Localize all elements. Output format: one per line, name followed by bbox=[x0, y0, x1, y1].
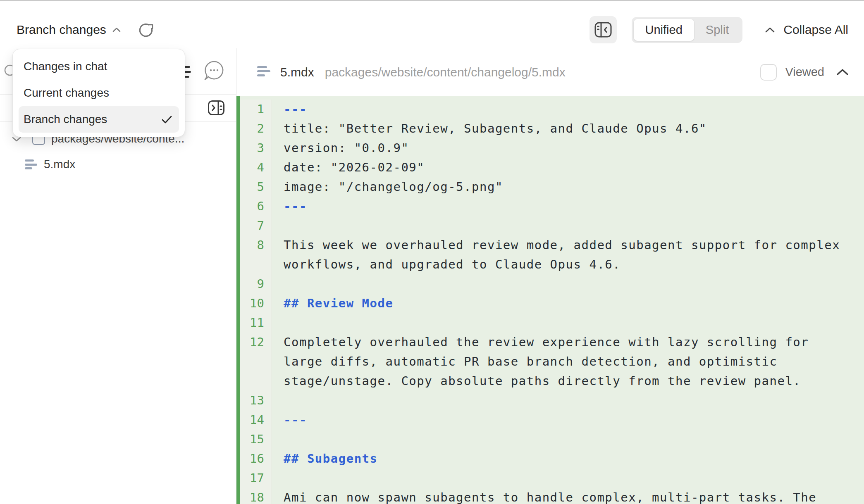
line-content: Completely overhauled the review experie… bbox=[272, 333, 864, 391]
diff-viewer: 1---2title: "Better Review, Subagents, a… bbox=[236, 96, 864, 504]
file-label: 5.mdx bbox=[44, 158, 75, 171]
line-content bbox=[272, 216, 864, 235]
diff-line: 9 bbox=[240, 274, 864, 294]
chevron-up-icon bbox=[836, 68, 849, 76]
line-content: This week we overhauled review mode, add… bbox=[272, 235, 864, 274]
diff-line: 2title: "Better Review, Subagents, and C… bbox=[240, 119, 864, 138]
toolbar-right: Unified Split Collapse All bbox=[590, 16, 848, 43]
line-number[interactable]: 11 bbox=[240, 313, 272, 333]
panel-left-icon bbox=[594, 21, 612, 38]
line-number[interactable]: 15 bbox=[240, 430, 272, 449]
diff-line: 10## Review Mode bbox=[240, 294, 864, 313]
line-number[interactable]: 3 bbox=[240, 138, 272, 158]
viewed-label: Viewed bbox=[785, 65, 824, 79]
line-content bbox=[272, 430, 864, 449]
diff-line: 6--- bbox=[240, 197, 864, 216]
diff-line: 13 bbox=[240, 391, 864, 410]
view-select-dropdown[interactable]: Branch changes bbox=[17, 16, 121, 43]
diff-line: 12Completely overhauled the review exper… bbox=[240, 333, 864, 391]
chat-bubble-icon[interactable] bbox=[203, 60, 225, 84]
line-content: --- bbox=[272, 197, 864, 216]
line-number[interactable]: 14 bbox=[240, 410, 272, 430]
diff-line: 7 bbox=[240, 216, 864, 235]
line-number[interactable]: 16 bbox=[240, 449, 272, 468]
diff-line: 16## Subagents bbox=[240, 449, 864, 468]
line-content: ## Subagents bbox=[272, 449, 864, 468]
line-number[interactable]: 2 bbox=[240, 119, 272, 138]
menu-item-label: Branch changes bbox=[24, 113, 107, 126]
diff-main: 5.mdx packages/website/content/changelog… bbox=[236, 48, 864, 504]
diff-line: 15 bbox=[240, 430, 864, 449]
diff-line: 1--- bbox=[240, 100, 864, 119]
line-content: date: "2026-02-09" bbox=[272, 158, 864, 177]
collapse-file-button[interactable] bbox=[836, 68, 849, 76]
viewed-checkbox[interactable] bbox=[760, 64, 777, 81]
line-content bbox=[272, 274, 864, 294]
check-icon bbox=[161, 115, 172, 124]
diff-file-icon bbox=[25, 159, 37, 171]
diff-line: 5image: "/changelog/og-5.png" bbox=[240, 177, 864, 197]
menu-item-label: Current changes bbox=[24, 86, 109, 100]
collapse-all-button[interactable]: Collapse All bbox=[765, 23, 848, 37]
menu-item-current-changes[interactable]: Current changes bbox=[13, 80, 185, 106]
view-select-label: Branch changes bbox=[17, 23, 106, 37]
file-path: packages/website/content/changelog/5.mdx bbox=[325, 65, 761, 79]
line-number[interactable]: 4 bbox=[240, 158, 272, 177]
menu-item-label: Changes in chat bbox=[24, 60, 107, 73]
line-number[interactable]: 7 bbox=[240, 216, 272, 235]
line-content bbox=[272, 313, 864, 333]
line-number[interactable]: 8 bbox=[240, 235, 272, 274]
line-number[interactable]: 6 bbox=[240, 197, 272, 216]
line-content: --- bbox=[272, 410, 864, 430]
line-number[interactable]: 17 bbox=[240, 468, 272, 488]
line-number[interactable]: 12 bbox=[240, 333, 272, 391]
line-content: Ami can now spawn subagents to handle co… bbox=[272, 488, 864, 504]
toolbar: Branch changes Unified Split bbox=[0, 1, 864, 48]
file-name: 5.mdx bbox=[280, 65, 314, 79]
diff-line: 18Ami can now spawn subagents to handle … bbox=[240, 488, 864, 504]
line-number[interactable]: 9 bbox=[240, 274, 272, 294]
diff-file-icon bbox=[257, 66, 270, 78]
refresh-icon bbox=[137, 20, 156, 39]
diff-line: 11 bbox=[240, 313, 864, 333]
line-content: ## Review Mode bbox=[272, 294, 864, 313]
line-number[interactable]: 5 bbox=[240, 177, 272, 197]
line-number[interactable]: 10 bbox=[240, 294, 272, 313]
collapse-all-label: Collapse All bbox=[783, 23, 848, 37]
menu-item-branch-changes[interactable]: Branch changes bbox=[19, 106, 179, 133]
file-header: 5.mdx packages/website/content/changelog… bbox=[236, 48, 864, 96]
caret-down-icon[interactable] bbox=[12, 136, 21, 142]
line-number[interactable]: 18 bbox=[240, 488, 272, 504]
diff-line: 14--- bbox=[240, 410, 864, 430]
refresh-button[interactable] bbox=[137, 16, 156, 43]
tree-row-file[interactable]: 5.mdx bbox=[0, 152, 236, 177]
diff-line: 8This week we overhauled review mode, ad… bbox=[240, 235, 864, 274]
view-select-menu: Changes in chatCurrent changesBranch cha… bbox=[12, 49, 185, 137]
panel-right-icon[interactable] bbox=[208, 100, 225, 116]
menu-item-changes-in-chat[interactable]: Changes in chat bbox=[13, 53, 185, 80]
line-content bbox=[272, 468, 864, 488]
line-content: --- bbox=[272, 100, 864, 119]
toggle-review-panel-button[interactable] bbox=[590, 16, 617, 43]
line-number[interactable]: 13 bbox=[240, 391, 272, 410]
diff-line: 17 bbox=[240, 468, 864, 488]
line-content: title: "Better Review, Subagents, and Cl… bbox=[272, 119, 864, 138]
diff-view-mode-toggle: Unified Split bbox=[632, 17, 743, 43]
line-content: image: "/changelog/og-5.png" bbox=[272, 177, 864, 197]
diff-line: 4date: "2026-02-09" bbox=[240, 158, 864, 177]
line-content bbox=[272, 391, 864, 410]
unified-view-button[interactable]: Unified bbox=[634, 19, 694, 41]
chevron-up-icon bbox=[112, 27, 121, 33]
diff-line: 3version: "0.0.9" bbox=[240, 138, 864, 158]
chevron-up-icon bbox=[765, 27, 775, 33]
line-number[interactable]: 1 bbox=[240, 100, 272, 119]
line-content: version: "0.0.9" bbox=[272, 138, 864, 158]
split-view-button[interactable]: Split bbox=[694, 19, 740, 41]
